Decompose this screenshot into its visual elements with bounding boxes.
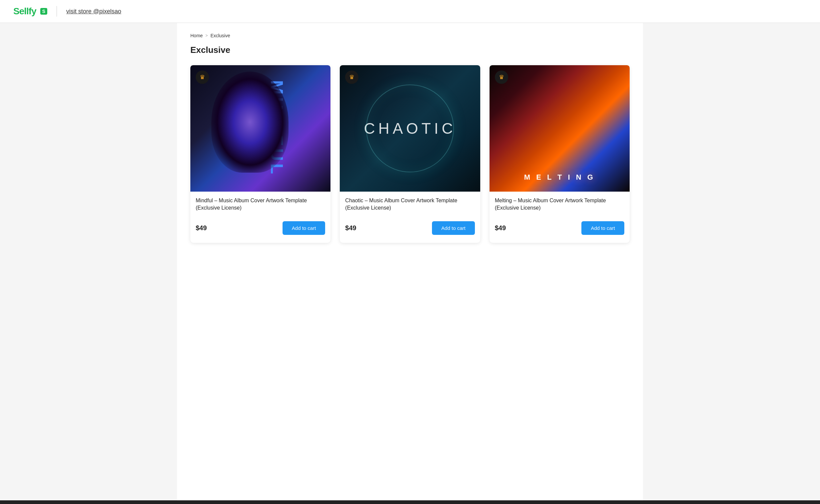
product-image-chaotic [340,65,480,192]
site-header: Sellfy S visit store @pixelsao [0,0,820,23]
breadcrumb-home[interactable]: Home [190,33,203,38]
product-image-melting [490,65,630,192]
product-card-melting: ♛ Melting – Music Album Cover Artwork Te… [490,65,630,243]
add-to-cart-button-melting[interactable]: Add to cart [581,221,624,235]
product-info-melting: Melting – Music Album Cover Artwork Temp… [490,192,630,221]
crown-badge-mindful: ♛ [196,71,209,84]
product-title-mindful: Mindful – Music Album Cover Artwork Temp… [196,197,325,212]
product-image-mindful [190,65,330,192]
product-card-chaotic: ♛ Chaotic – Music Album Cover Artwork Te… [340,65,480,243]
logo-area: Sellfy S [13,6,47,17]
main-content: Home > Exclusive Exclusive ♛ Mindful – M… [177,23,643,500]
logo-text: Sellfy [13,6,36,17]
product-price-mindful: $49 [196,224,207,232]
product-info-chaotic: Chaotic – Music Album Cover Artwork Temp… [340,192,480,221]
product-footer-chaotic: $49 Add to cart [340,221,480,240]
product-image-wrapper-melting: ♛ [490,65,630,192]
header-divider [57,6,57,17]
product-title-chaotic: Chaotic – Music Album Cover Artwork Temp… [345,197,475,212]
crown-icon-chaotic: ♛ [349,74,354,81]
add-to-cart-button-mindful[interactable]: Add to cart [282,221,325,235]
product-grid: ♛ Mindful – Music Album Cover Artwork Te… [190,65,630,243]
crown-icon-mindful: ♛ [200,74,205,81]
product-footer-mindful: $49 Add to cart [190,221,330,240]
product-price-chaotic: $49 [345,224,356,232]
crown-icon-melting: ♛ [499,74,504,81]
logo-badge: S [40,8,47,15]
product-image-wrapper-mindful: ♛ [190,65,330,192]
bottom-bar [0,500,820,504]
page-title: Exclusive [190,45,630,55]
breadcrumb: Home > Exclusive [190,33,630,38]
product-footer-melting: $49 Add to cart [490,221,630,240]
product-image-wrapper-chaotic: ♛ [340,65,480,192]
store-link[interactable]: visit store @pixelsao [66,8,121,15]
breadcrumb-current: Exclusive [210,33,230,38]
add-to-cart-button-chaotic[interactable]: Add to cart [432,221,475,235]
breadcrumb-separator: > [205,33,208,38]
product-card-mindful: ♛ Mindful – Music Album Cover Artwork Te… [190,65,330,243]
product-title-melting: Melting – Music Album Cover Artwork Temp… [495,197,624,212]
product-info-mindful: Mindful – Music Album Cover Artwork Temp… [190,192,330,221]
product-price-melting: $49 [495,224,506,232]
crown-badge-melting: ♛ [495,71,508,84]
